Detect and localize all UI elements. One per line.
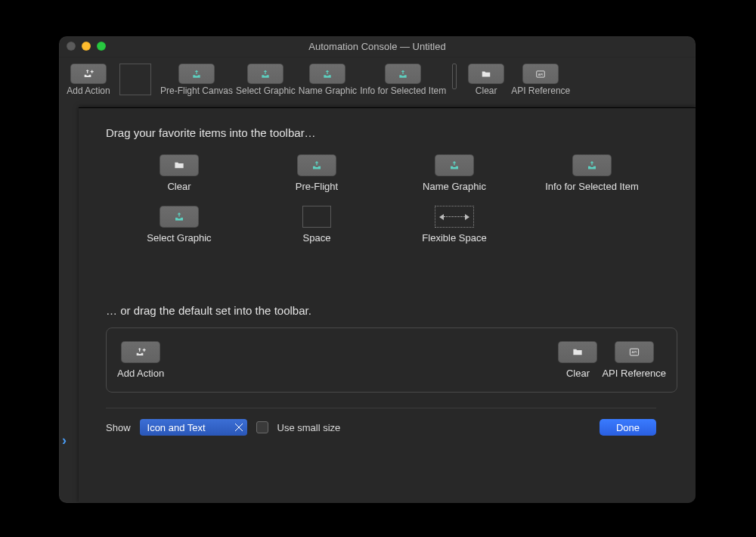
tray-icon <box>190 69 203 79</box>
default-item-api[interactable]: API Reference <box>602 341 666 379</box>
palette-label: Pre-Flight <box>296 181 338 192</box>
toolbar-label: Add Action <box>67 85 110 96</box>
name-button[interactable] <box>309 64 345 84</box>
sheet-heading: Drag your favorite items into the toolba… <box>106 126 668 139</box>
tray-icon <box>309 160 324 171</box>
folder-icon <box>570 346 585 358</box>
toolbar-label: Name Graphic <box>299 85 357 96</box>
info-button[interactable] <box>385 64 421 84</box>
palette-item-flexible-space[interactable]: Flexible Space <box>389 206 520 244</box>
window: Automation Console — Untitled Add Action… <box>59 36 696 503</box>
palette-label: Clear <box>167 181 191 192</box>
default-label: Add Action <box>117 368 164 379</box>
close-window-button[interactable] <box>67 42 76 51</box>
minimize-window-button[interactable] <box>82 42 91 51</box>
toolbar-item-api[interactable]: API Reference <box>510 62 572 96</box>
clear-button[interactable] <box>468 64 504 84</box>
sheet-subheading: … or drag the default set into the toolb… <box>106 304 668 317</box>
tray-icon <box>584 160 600 171</box>
console-prompt-icon: › <box>62 433 67 449</box>
zoom-window-button[interactable] <box>97 42 106 51</box>
toolbar-label: Clear <box>476 85 497 96</box>
space-slot[interactable] <box>119 64 151 95</box>
palette-label: Space <box>303 232 331 244</box>
palette-label: Select Graphic <box>147 232 211 244</box>
tray-icon <box>447 160 462 171</box>
palette-item-name[interactable]: Name Graphic <box>389 154 520 192</box>
default-item-clear[interactable]: Clear <box>558 341 597 379</box>
folder-icon <box>479 69 493 79</box>
palette-item-preflight[interactable]: Pre-Flight <box>251 154 383 192</box>
toolbar-item-add-action[interactable]: Add Action <box>65 62 112 96</box>
add-action-button[interactable] <box>70 64 107 84</box>
window-controls <box>67 42 106 51</box>
palette-item-select[interactable]: Select Graphic <box>113 206 245 244</box>
show-mode-popup[interactable]: Icon and Text <box>140 419 247 436</box>
default-label: API Reference <box>602 368 666 379</box>
toolbar-item-clear[interactable]: Clear <box>463 62 510 96</box>
space-icon <box>302 206 331 228</box>
add-action-icon <box>132 346 149 359</box>
customize-toolbar-sheet: Drag your favorite items into the toolba… <box>79 107 696 503</box>
default-label: Clear <box>566 368 590 379</box>
folder-icon <box>172 160 187 171</box>
palette-label: Info for Selected Item <box>545 181 639 192</box>
tray-icon <box>259 69 272 79</box>
select-button[interactable] <box>247 64 284 84</box>
separator <box>106 408 656 408</box>
api-icon <box>626 346 643 358</box>
palette-item-info[interactable]: Info for Selected Item <box>526 154 658 192</box>
current-toolbar: Add Action Pre-Flight Canvas Select Grap… <box>59 57 696 99</box>
available-items-palette: Clear Pre-Flight Name Graphic Info for S… <box>113 154 658 244</box>
toolbar-item-info[interactable]: Info for Selected Item <box>358 62 448 96</box>
flex-arrow-icon <box>439 213 469 221</box>
toolbar-space[interactable] <box>112 62 159 95</box>
api-button[interactable] <box>522 64 559 84</box>
use-small-size-checkbox[interactable] <box>256 421 268 433</box>
flex-space-icon <box>435 206 474 228</box>
toolbar-label: Pre-Flight Canvas <box>160 85 233 96</box>
done-label: Done <box>616 422 640 433</box>
titlebar: Automation Console — Untitled <box>59 36 696 57</box>
tray-icon <box>321 69 334 79</box>
show-label: Show <box>106 422 131 433</box>
api-icon <box>533 69 548 79</box>
tray-icon <box>396 69 410 79</box>
done-button[interactable]: Done <box>600 419 656 436</box>
preflight-button[interactable] <box>178 64 215 84</box>
toolbar-item-name[interactable]: Name Graphic <box>297 62 358 96</box>
add-action-icon <box>80 68 97 80</box>
window-title: Automation Console — Untitled <box>308 41 445 52</box>
palette-item-clear[interactable]: Clear <box>113 154 245 192</box>
toolbar-item-select[interactable]: Select Graphic <box>234 62 297 96</box>
toolbar-label: API Reference <box>511 85 570 96</box>
toolbar-item-preflight[interactable]: Pre-Flight Canvas <box>159 62 234 96</box>
toolbar-label: Info for Selected Item <box>360 85 446 96</box>
default-toolbar-set[interactable]: Add Action Clear API Reference <box>106 327 677 393</box>
toolbar-label: Select Graphic <box>236 85 296 96</box>
use-small-size-label: Use small size <box>277 422 341 433</box>
show-mode-value: Icon and Text <box>147 422 206 433</box>
sheet-footer: Show Icon and Text Use small size Done <box>106 419 656 449</box>
palette-label: Name Graphic <box>423 181 486 192</box>
palette-item-space[interactable]: Space <box>251 206 383 244</box>
toolbar-divider[interactable] <box>452 64 457 89</box>
tray-icon <box>172 211 187 222</box>
default-item-add-action[interactable]: Add Action <box>117 341 164 379</box>
palette-label: Flexible Space <box>422 232 486 244</box>
